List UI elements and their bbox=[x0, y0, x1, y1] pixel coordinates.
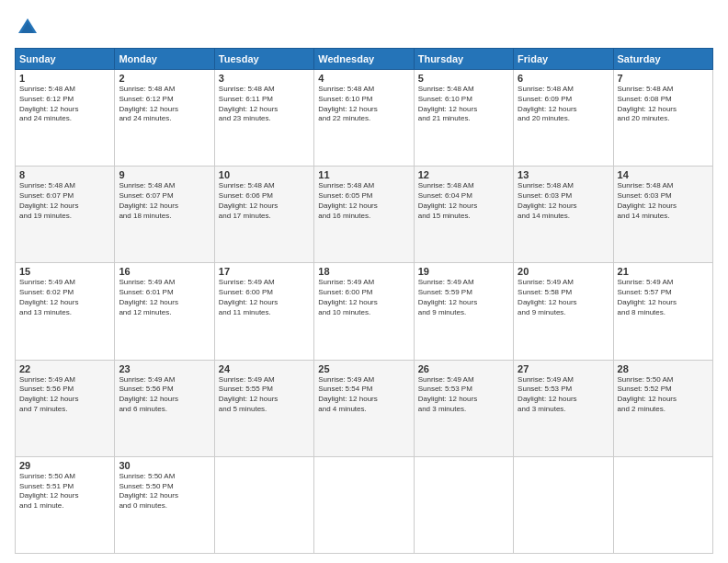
calendar-week-row: 22Sunrise: 5:49 AM Sunset: 5:56 PM Dayli… bbox=[16, 360, 713, 456]
day-number: 4 bbox=[318, 73, 409, 84]
calendar-cell bbox=[514, 456, 613, 553]
day-number: 15 bbox=[19, 266, 110, 277]
day-number: 29 bbox=[19, 460, 110, 471]
calendar-cell: 9Sunrise: 5:48 AM Sunset: 6:07 PM Daylig… bbox=[115, 167, 214, 263]
calendar-cell: 14Sunrise: 5:48 AM Sunset: 6:03 PM Dayli… bbox=[613, 167, 712, 263]
calendar-cell: 26Sunrise: 5:49 AM Sunset: 5:53 PM Dayli… bbox=[414, 360, 513, 456]
day-number: 22 bbox=[19, 363, 110, 374]
day-info: Sunrise: 5:48 AM Sunset: 6:10 PM Dayligh… bbox=[418, 85, 509, 124]
day-number: 26 bbox=[418, 363, 509, 374]
day-info: Sunrise: 5:49 AM Sunset: 5:53 PM Dayligh… bbox=[518, 375, 609, 415]
calendar-cell: 21Sunrise: 5:49 AM Sunset: 5:57 PM Dayli… bbox=[613, 263, 712, 360]
day-info: Sunrise: 5:49 AM Sunset: 5:56 PM Dayligh… bbox=[19, 375, 110, 415]
calendar-header-row: SundayMondayTuesdayWednesdayThursdayFrid… bbox=[16, 49, 713, 70]
day-number: 30 bbox=[119, 460, 210, 471]
calendar-cell: 16Sunrise: 5:49 AM Sunset: 6:01 PM Dayli… bbox=[115, 263, 214, 360]
day-number: 8 bbox=[19, 169, 110, 180]
day-number: 17 bbox=[219, 266, 310, 277]
calendar-cell: 6Sunrise: 5:48 AM Sunset: 6:09 PM Daylig… bbox=[514, 70, 613, 167]
day-number: 16 bbox=[119, 266, 210, 277]
day-info: Sunrise: 5:49 AM Sunset: 5:53 PM Dayligh… bbox=[418, 375, 509, 415]
header bbox=[15, 15, 713, 40]
calendar-week-row: 1Sunrise: 5:48 AM Sunset: 6:12 PM Daylig… bbox=[16, 70, 713, 167]
calendar-week-row: 8Sunrise: 5:48 AM Sunset: 6:07 PM Daylig… bbox=[16, 167, 713, 263]
day-info: Sunrise: 5:49 AM Sunset: 5:55 PM Dayligh… bbox=[219, 375, 310, 415]
calendar-cell: 13Sunrise: 5:48 AM Sunset: 6:03 PM Dayli… bbox=[514, 167, 613, 263]
day-info: Sunrise: 5:48 AM Sunset: 6:11 PM Dayligh… bbox=[219, 85, 310, 124]
day-info: Sunrise: 5:49 AM Sunset: 6:00 PM Dayligh… bbox=[219, 278, 310, 317]
day-info: Sunrise: 5:50 AM Sunset: 5:51 PM Dayligh… bbox=[19, 472, 110, 511]
day-info: Sunrise: 5:49 AM Sunset: 6:02 PM Dayligh… bbox=[19, 278, 110, 317]
calendar-header-sunday: Sunday bbox=[16, 49, 115, 70]
calendar-header-monday: Monday bbox=[115, 49, 214, 70]
calendar-header-friday: Friday bbox=[514, 49, 613, 70]
calendar-cell: 29Sunrise: 5:50 AM Sunset: 5:51 PM Dayli… bbox=[16, 456, 115, 553]
day-info: Sunrise: 5:48 AM Sunset: 6:12 PM Dayligh… bbox=[119, 85, 210, 124]
logo bbox=[15, 15, 42, 40]
day-info: Sunrise: 5:50 AM Sunset: 5:52 PM Dayligh… bbox=[618, 375, 709, 415]
day-number: 18 bbox=[318, 266, 409, 277]
calendar-header-wednesday: Wednesday bbox=[314, 49, 414, 70]
calendar-cell: 10Sunrise: 5:48 AM Sunset: 6:06 PM Dayli… bbox=[214, 167, 313, 263]
calendar-cell bbox=[613, 456, 712, 553]
day-number: 28 bbox=[618, 363, 709, 374]
calendar-table: SundayMondayTuesdayWednesdayThursdayFrid… bbox=[15, 48, 713, 554]
day-info: Sunrise: 5:49 AM Sunset: 5:59 PM Dayligh… bbox=[418, 278, 509, 317]
calendar-cell: 11Sunrise: 5:48 AM Sunset: 6:05 PM Dayli… bbox=[314, 167, 414, 263]
calendar-cell: 12Sunrise: 5:48 AM Sunset: 6:04 PM Dayli… bbox=[414, 167, 513, 263]
day-info: Sunrise: 5:48 AM Sunset: 6:04 PM Dayligh… bbox=[418, 181, 509, 221]
calendar-cell bbox=[314, 456, 414, 553]
day-info: Sunrise: 5:48 AM Sunset: 6:08 PM Dayligh… bbox=[618, 85, 709, 124]
day-number: 7 bbox=[618, 73, 709, 84]
calendar-cell: 22Sunrise: 5:49 AM Sunset: 5:56 PM Dayli… bbox=[16, 360, 115, 456]
day-number: 9 bbox=[119, 169, 210, 180]
day-info: Sunrise: 5:48 AM Sunset: 6:07 PM Dayligh… bbox=[119, 181, 210, 221]
day-info: Sunrise: 5:48 AM Sunset: 6:03 PM Dayligh… bbox=[518, 181, 609, 221]
day-number: 25 bbox=[318, 363, 409, 374]
page: SundayMondayTuesdayWednesdayThursdayFrid… bbox=[0, 0, 728, 563]
day-info: Sunrise: 5:49 AM Sunset: 6:00 PM Dayligh… bbox=[318, 278, 409, 317]
calendar-cell: 18Sunrise: 5:49 AM Sunset: 6:00 PM Dayli… bbox=[314, 263, 414, 360]
day-info: Sunrise: 5:50 AM Sunset: 5:50 PM Dayligh… bbox=[119, 472, 210, 511]
calendar-cell: 23Sunrise: 5:49 AM Sunset: 5:56 PM Dayli… bbox=[115, 360, 214, 456]
day-number: 24 bbox=[219, 363, 310, 374]
day-number: 6 bbox=[518, 73, 609, 84]
calendar-cell: 20Sunrise: 5:49 AM Sunset: 5:58 PM Dayli… bbox=[514, 263, 613, 360]
calendar-week-row: 15Sunrise: 5:49 AM Sunset: 6:02 PM Dayli… bbox=[16, 263, 713, 360]
calendar-header-tuesday: Tuesday bbox=[214, 49, 313, 70]
calendar-cell: 28Sunrise: 5:50 AM Sunset: 5:52 PM Dayli… bbox=[613, 360, 712, 456]
calendar-header-thursday: Thursday bbox=[414, 49, 513, 70]
day-number: 11 bbox=[318, 169, 409, 180]
day-number: 2 bbox=[119, 73, 210, 84]
day-number: 20 bbox=[518, 266, 609, 277]
day-info: Sunrise: 5:48 AM Sunset: 6:06 PM Dayligh… bbox=[219, 181, 310, 221]
day-info: Sunrise: 5:48 AM Sunset: 6:10 PM Dayligh… bbox=[318, 85, 409, 124]
day-number: 12 bbox=[418, 169, 509, 180]
calendar-week-row: 29Sunrise: 5:50 AM Sunset: 5:51 PM Dayli… bbox=[16, 456, 713, 553]
calendar-cell: 7Sunrise: 5:48 AM Sunset: 6:08 PM Daylig… bbox=[613, 70, 712, 167]
day-number: 21 bbox=[618, 266, 709, 277]
calendar-cell: 19Sunrise: 5:49 AM Sunset: 5:59 PM Dayli… bbox=[414, 263, 513, 360]
calendar-cell bbox=[214, 456, 313, 553]
day-number: 14 bbox=[618, 169, 709, 180]
day-number: 23 bbox=[119, 363, 210, 374]
calendar-cell: 8Sunrise: 5:48 AM Sunset: 6:07 PM Daylig… bbox=[16, 167, 115, 263]
day-info: Sunrise: 5:48 AM Sunset: 6:09 PM Dayligh… bbox=[518, 85, 609, 124]
calendar-cell bbox=[414, 456, 513, 553]
day-info: Sunrise: 5:48 AM Sunset: 6:07 PM Dayligh… bbox=[19, 181, 110, 221]
calendar-cell: 17Sunrise: 5:49 AM Sunset: 6:00 PM Dayli… bbox=[214, 263, 313, 360]
day-info: Sunrise: 5:49 AM Sunset: 5:57 PM Dayligh… bbox=[618, 278, 709, 317]
day-number: 5 bbox=[418, 73, 509, 84]
day-number: 13 bbox=[518, 169, 609, 180]
calendar-cell: 3Sunrise: 5:48 AM Sunset: 6:11 PM Daylig… bbox=[214, 70, 313, 167]
logo-icon bbox=[15, 15, 40, 40]
calendar-cell: 4Sunrise: 5:48 AM Sunset: 6:10 PM Daylig… bbox=[314, 70, 414, 167]
day-info: Sunrise: 5:49 AM Sunset: 5:58 PM Dayligh… bbox=[518, 278, 609, 317]
day-number: 19 bbox=[418, 266, 509, 277]
day-info: Sunrise: 5:48 AM Sunset: 6:03 PM Dayligh… bbox=[618, 181, 709, 221]
day-info: Sunrise: 5:49 AM Sunset: 6:01 PM Dayligh… bbox=[119, 278, 210, 317]
day-info: Sunrise: 5:48 AM Sunset: 6:12 PM Dayligh… bbox=[19, 85, 110, 124]
day-number: 3 bbox=[219, 73, 310, 84]
calendar-cell: 1Sunrise: 5:48 AM Sunset: 6:12 PM Daylig… bbox=[16, 70, 115, 167]
calendar-cell: 25Sunrise: 5:49 AM Sunset: 5:54 PM Dayli… bbox=[314, 360, 414, 456]
